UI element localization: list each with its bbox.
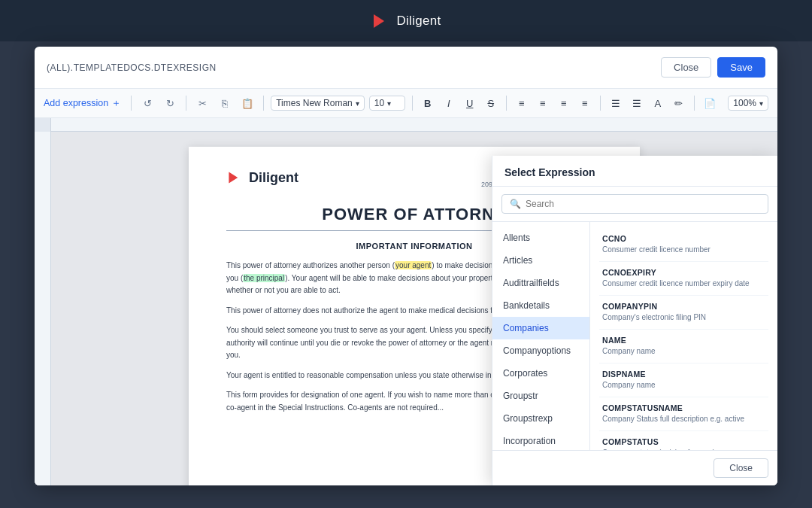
- search-icon: 🔍: [510, 199, 521, 209]
- strikethrough-button[interactable]: S: [483, 95, 499, 111]
- add-expression-button[interactable]: Add expression ＋: [44, 97, 121, 110]
- doc-logo-text: Diligent: [249, 170, 298, 186]
- underline-button[interactable]: U: [462, 95, 478, 111]
- panel-right-content: CCNOConsumer credit licence numberCCNOEX…: [590, 222, 777, 450]
- highlight-agent: your agent: [395, 261, 432, 269]
- dialog-header: (ALL).TEMPLATEDOCS.DTEXRESIGN Close Save: [35, 47, 777, 89]
- nav-item-bankdetails[interactable]: Bankdetails: [492, 294, 589, 317]
- toolbar: Add expression ＋ ↺ ↻ ✂ ⎘ 📋 Times New Rom…: [35, 89, 777, 118]
- ruler-corner: [35, 118, 51, 132]
- font-color-button[interactable]: A: [650, 95, 666, 111]
- nav-item-groupstr[interactable]: Groupstr: [492, 385, 589, 407]
- expression-item-dispname[interactable]: DISPNAMECompany name: [599, 364, 768, 397]
- expression-code: COMPANYPIN: [602, 302, 765, 311]
- expression-description: Consumer credit licence number expiry da…: [602, 278, 765, 289]
- expression-item-compstatusname[interactable]: COMPSTATUSNAMECompany Status full descri…: [599, 397, 768, 431]
- font-size-chevron-icon: [387, 98, 391, 108]
- expression-code: NAME: [602, 336, 765, 345]
- expression-description: Company name: [602, 380, 765, 391]
- header-buttons: Close Save: [661, 57, 765, 78]
- toolbar-separator-3: [263, 96, 264, 111]
- zoom-select[interactable]: 100%: [728, 96, 768, 111]
- nav-item-incorporation[interactable]: Incorporation: [492, 430, 589, 450]
- save-button[interactable]: Save: [717, 57, 765, 78]
- nav-item-audittrailfields[interactable]: Audittrailfields: [492, 272, 589, 294]
- zoom-value: 100%: [733, 98, 756, 108]
- top-bar: Diligent: [0, 0, 812, 41]
- nav-item-groupstrexp[interactable]: Groupstrexp: [492, 407, 589, 430]
- cut-button[interactable]: ✂: [193, 94, 211, 112]
- undo-button[interactable]: ↺: [138, 94, 156, 112]
- bold-button[interactable]: B: [420, 95, 436, 111]
- add-expression-label: Add expression: [44, 98, 108, 108]
- svg-marker-0: [374, 14, 384, 28]
- toolbar-separator-4: [412, 96, 413, 111]
- copy-button[interactable]: ⎘: [216, 94, 234, 112]
- plus-icon: ＋: [111, 97, 121, 110]
- select-expression-panel: Select Expression 🔍 AllentsArticlesAudit…: [492, 156, 777, 485]
- align-justify-button[interactable]: ≡: [577, 95, 593, 111]
- font-family-chevron-icon: [356, 98, 359, 108]
- app-logo: Diligent: [371, 11, 441, 31]
- doc-logo-icon: [226, 169, 243, 186]
- font-size-select[interactable]: 10: [369, 96, 405, 111]
- toolbar-separator-2: [186, 96, 186, 111]
- expression-code: COMPSTATUSNAME: [602, 403, 765, 412]
- dialog-title: (ALL).TEMPLATEDOCS.DTEXRESIGN: [47, 62, 217, 73]
- expression-description: Company Status full description e.g. act…: [602, 414, 765, 424]
- vertical-ruler: [35, 132, 51, 485]
- expression-code: COMPSTATUS: [602, 437, 765, 446]
- content-area: Diligent Randall A. Mullin 2097 Berkley …: [35, 118, 777, 485]
- align-right-button[interactable]: ≡: [556, 95, 572, 111]
- expression-item-ccno[interactable]: CCNOConsumer credit licence number: [599, 228, 768, 262]
- diligent-logo-icon: [371, 11, 390, 31]
- nav-item-allents[interactable]: Allents: [492, 227, 589, 249]
- paste-button[interactable]: 📋: [238, 94, 256, 112]
- expression-description: Company's electronic filing PIN: [602, 312, 765, 323]
- close-button[interactable]: Close: [661, 57, 711, 78]
- align-left-button[interactable]: ≡: [514, 95, 530, 111]
- expression-item-name[interactable]: NAMECompany name: [599, 330, 768, 364]
- toolbar-separator-1: [131, 96, 132, 111]
- panel-close-button[interactable]: Close: [714, 458, 768, 478]
- expression-item-ccnoexpiry[interactable]: CCNOEXPIRYConsumer credit licence number…: [599, 262, 768, 296]
- expression-description: Consumer credit licence number: [602, 245, 765, 255]
- insert-page-button[interactable]: 📄: [701, 95, 718, 111]
- toolbar-separator-6: [600, 96, 601, 111]
- panel-header: Select Expression: [492, 156, 777, 187]
- panel-left-nav: AllentsArticlesAudittrailfieldsBankdetai…: [492, 222, 590, 450]
- panel-search-area: 🔍: [492, 187, 777, 222]
- expression-code: CCNO: [602, 234, 765, 243]
- panel-body: AllentsArticlesAudittrailfieldsBankdetai…: [492, 222, 777, 450]
- main-dialog: (ALL).TEMPLATEDOCS.DTEXRESIGN Close Save…: [35, 47, 777, 485]
- italic-button[interactable]: I: [441, 95, 457, 111]
- font-size-value: 10: [374, 98, 384, 108]
- bullet-list-button[interactable]: ☰: [607, 95, 624, 111]
- nav-item-corporates[interactable]: Corporates: [492, 362, 589, 385]
- font-family-select[interactable]: Times New Roman: [271, 96, 365, 111]
- toolbar-separator-7: [694, 96, 695, 111]
- highlight-principal: the principal: [243, 274, 285, 282]
- search-input[interactable]: [526, 199, 760, 209]
- align-center-button[interactable]: ≡: [535, 95, 551, 111]
- nav-item-companies[interactable]: Companies: [492, 317, 589, 339]
- expression-code: DISPNAME: [602, 370, 765, 379]
- numbered-list-button[interactable]: ☰: [629, 95, 645, 111]
- zoom-chevron-icon: [759, 98, 763, 108]
- redo-button[interactable]: ↻: [161, 94, 179, 112]
- search-input-wrap: 🔍: [501, 194, 768, 214]
- panel-footer: Close: [492, 450, 777, 485]
- expression-description: Company name: [602, 346, 765, 357]
- nav-item-companyoptions[interactable]: Companyoptions: [492, 339, 589, 362]
- nav-item-articles[interactable]: Articles: [492, 249, 589, 272]
- expression-item-companypin[interactable]: COMPANYPINCompany's electronic filing PI…: [599, 296, 768, 330]
- expression-code: CCNOEXPIRY: [602, 268, 765, 277]
- app-name: Diligent: [396, 14, 441, 29]
- font-family-value: Times New Roman: [276, 98, 353, 108]
- svg-marker-1: [229, 172, 238, 183]
- expression-item-compstatus[interactable]: COMPSTATUSCompany status (quick referenc…: [599, 431, 768, 450]
- toolbar-separator-5: [506, 96, 507, 111]
- doc-logo: Diligent: [226, 169, 298, 186]
- highlight-button[interactable]: ✏: [671, 95, 687, 111]
- horizontal-ruler: [35, 118, 777, 132]
